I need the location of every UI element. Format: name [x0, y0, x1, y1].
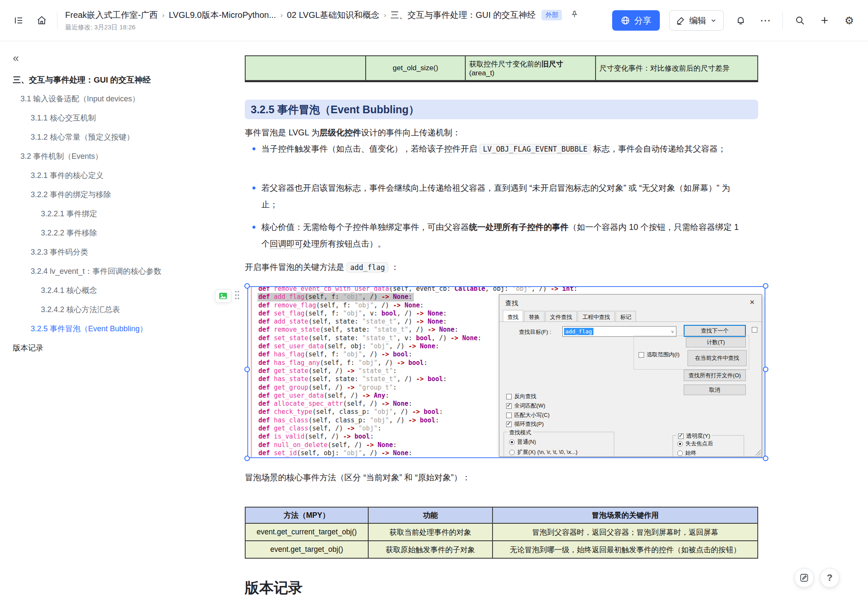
- table-cell: 获取原始触发事件的子对象: [368, 541, 493, 558]
- find-dialog-body: 查找目标(F) : add_flag ˅ 查找下一个 计数(T) 选取范围内(I…: [499, 321, 762, 456]
- navbar-left: Freak嵌入式工作室-广西›LVGL9.0版本-MicroPython...›…: [11, 9, 579, 32]
- find-in-current-file-button: 在当前文件中查找: [688, 350, 747, 366]
- toc-item[interactable]: 3.1.2 核心常量（预定义按键）: [0, 128, 232, 147]
- toc-item[interactable]: 3.2.4.1 核心概念: [0, 281, 232, 300]
- selection-handle[interactable]: [244, 283, 250, 289]
- navbar-right: 分享 编辑 ⋯: [612, 10, 857, 31]
- toc-item[interactable]: 3.2.1 事件的核心定义: [0, 166, 232, 185]
- version-history-heading: 版本记录: [245, 578, 758, 598]
- table-row: event.get_target_obj()获取原始触发事件的子对象无论冒泡到哪…: [245, 541, 758, 558]
- new-doc-plus-icon[interactable]: +: [817, 13, 832, 28]
- code-screenshot-image[interactable]: def remove_event_cb_with_user_data(self,…: [247, 286, 765, 458]
- question-mark-icon: ?: [827, 572, 832, 583]
- breadcrumb-item[interactable]: LVGL9.0版本-MicroPython...: [169, 9, 276, 21]
- inline-code-chip: add_flag: [347, 262, 388, 273]
- find-next-button: 查找下一个: [684, 325, 746, 337]
- image-toolbar: [215, 289, 240, 303]
- bullet-dot: [252, 186, 255, 189]
- pencil-icon: [676, 16, 685, 25]
- bullet-item-2: 若父容器也开启该冒泡标志，事件会继续向上传递给祖父容器，直到遇到 “未开启冒泡标…: [249, 180, 747, 213]
- toc-item[interactable]: 版本记录: [0, 339, 232, 358]
- table-cell: 获取当前处理事件的对象: [368, 523, 493, 541]
- search-mode-radio: 普通(N): [509, 438, 536, 446]
- toc-item[interactable]: 三、交互与事件处理：GUI 的交互神经: [0, 70, 232, 89]
- image-type-badge[interactable]: [215, 289, 231, 303]
- section-heading: 3.2.5 事件冒泡（Event Bubbling）: [251, 103, 419, 117]
- close-icon: ✕: [749, 298, 755, 306]
- selection-handle[interactable]: [763, 367, 768, 372]
- table-cell: event.get_current_target_obj(): [245, 523, 368, 541]
- find-target-label: 查找目标(F) :: [519, 328, 551, 336]
- notification-bell-icon[interactable]: [733, 13, 748, 28]
- navbar-divider: [57, 12, 57, 29]
- selection-handle[interactable]: [763, 456, 768, 461]
- external-badge: 外部: [541, 10, 562, 20]
- code-screenshot-selection: def remove_event_cb_with_user_data(self,…: [244, 283, 768, 461]
- in-selection-checkbox: 选取范围内(I): [639, 351, 679, 359]
- home-icon[interactable]: [34, 13, 49, 28]
- intro-paragraph: 事件冒泡是 LVGL 为层级化控件设计的事件向上传递机制：: [245, 124, 758, 141]
- table-cell: 冒泡到父容器时，返回父容器；冒泡到屏幕时，返回屏幕: [493, 523, 758, 541]
- toc-item[interactable]: 3.2.4.2 核心方法汇总表: [0, 300, 232, 319]
- bubble-table-block: 方法（MPY）功能冒泡场景的关键作用 event.get_current_tar…: [245, 507, 758, 559]
- toc-item[interactable]: 3.2.2.2 事件移除: [0, 224, 232, 243]
- settings-gear-icon[interactable]: ⚙: [842, 13, 857, 28]
- table-cell-note: 尺寸变化事件：对比修改前后的尺寸差异: [595, 55, 758, 81]
- document-viewer: Freak嵌入式工作室-广西›LVGL9.0版本-MicroPython...›…: [0, 0, 868, 614]
- breadcrumb-block: Freak嵌入式工作室-广西›LVGL9.0版本-MicroPython...›…: [65, 9, 579, 32]
- more-options-icon[interactable]: ⋯: [758, 13, 773, 28]
- find-all-open-files-button: 查找所有打开文件(O): [684, 370, 746, 381]
- breadcrumb: Freak嵌入式工作室-广西›LVGL9.0版本-MicroPython...›…: [65, 9, 579, 21]
- unlabeled-checkbox: [752, 327, 757, 333]
- toc-item[interactable]: 3.2.2.1 事件绑定: [0, 204, 232, 224]
- selection-handle[interactable]: [244, 367, 250, 372]
- search-icon[interactable]: [792, 13, 808, 28]
- bullet-item-1: 当子控件触发事件（如点击、值变化），若给该子控件开启 LV_OBJ_FLAG_E…: [249, 141, 747, 158]
- sidebar-toggle-icon[interactable]: [11, 13, 26, 28]
- bubble-methods-table: 方法（MPY）功能冒泡场景的关键作用 event.get_current_tar…: [245, 507, 758, 559]
- table-cell: 无论冒泡到哪一级，始终返回最初触发事件的控件（如被点击的按钮）: [493, 541, 758, 558]
- selection-handle[interactable]: [763, 283, 768, 289]
- section-heading-band: 3.2.5 事件冒泡（Event Bubbling）: [245, 100, 758, 119]
- toc-item[interactable]: 3.1.1 核心交互机制: [0, 109, 232, 128]
- code-line: def remove_event_cb_with_user_data(self,…: [251, 286, 765, 293]
- transparency-radio: 失去焦点后: [677, 440, 713, 448]
- clipped-table-row: get_old_size() 获取控件尺寸变化前的旧尺寸 (area_t) 尺寸…: [245, 55, 758, 82]
- edit-button[interactable]: 编辑: [669, 10, 724, 31]
- transparency-radio: 始终: [677, 449, 696, 457]
- collapse-sidebar-button[interactable]: «: [13, 52, 19, 63]
- table-header-cell: 冒泡场景的关键作用: [493, 507, 758, 523]
- count-button: 计数(T): [686, 337, 746, 347]
- navbar-divider-2: [782, 12, 783, 29]
- breadcrumb-item[interactable]: 02 LVGL基础知识和概念: [287, 9, 379, 21]
- toc-item[interactable]: 3.2.5 事件冒泡（Event Bubbling）: [0, 319, 232, 339]
- toc-item[interactable]: 3.1 输入设备适配（Input devices）: [0, 89, 232, 109]
- cancel-button: 取消: [684, 384, 746, 395]
- toc-item[interactable]: 3.2.4 lv_event_t：事件回调的核心参数: [0, 262, 232, 281]
- table-cell-empty: [245, 55, 365, 81]
- breadcrumb-separator: ›: [162, 11, 165, 20]
- note-pencil-icon: [799, 573, 809, 582]
- bullet-dot: [252, 147, 255, 150]
- pin-icon[interactable]: [570, 10, 579, 20]
- table-header-cell: 方法（MPY）: [245, 507, 368, 523]
- addflag-paragraph: 开启事件冒泡的关键方法是 add_flag ：: [245, 259, 758, 276]
- breadcrumb-item[interactable]: 三、交互与事件处理：GUI 的交互神经: [390, 9, 536, 21]
- help-button[interactable]: ?: [820, 568, 839, 588]
- top-navbar: Freak嵌入式工作室-广西›LVGL9.0版本-MicroPython...›…: [0, 0, 868, 41]
- drag-handle-icon[interactable]: [235, 290, 240, 301]
- bullet-dot: [252, 226, 255, 229]
- find-option-checkbox: 循环查找(P): [506, 420, 544, 428]
- toc-item[interactable]: 3.2.2 事件的绑定与移除: [0, 185, 232, 204]
- share-button[interactable]: 分享: [612, 10, 660, 31]
- feedback-button[interactable]: [794, 568, 814, 588]
- search-mode-radio: 扩展(X) (\n, \r, \t, \0, \x...): [509, 448, 578, 456]
- breadcrumb-item[interactable]: Freak嵌入式工作室-广西: [65, 9, 158, 21]
- selection-handle[interactable]: [244, 456, 250, 461]
- toc-item[interactable]: 3.2 事件机制（Events）: [0, 147, 232, 166]
- transparency-groupbox: 透明度(Y) 失去焦点后始终: [673, 435, 744, 458]
- toc-sidebar: « 三、交互与事件处理：GUI 的交互神经3.1 输入设备适配（Input de…: [0, 41, 232, 614]
- table-header-cell: 功能: [368, 507, 493, 523]
- toc-item[interactable]: 3.2.3 事件码分类: [0, 243, 232, 262]
- table-row: event.get_current_target_obj()获取当前处理事件的对…: [245, 523, 758, 541]
